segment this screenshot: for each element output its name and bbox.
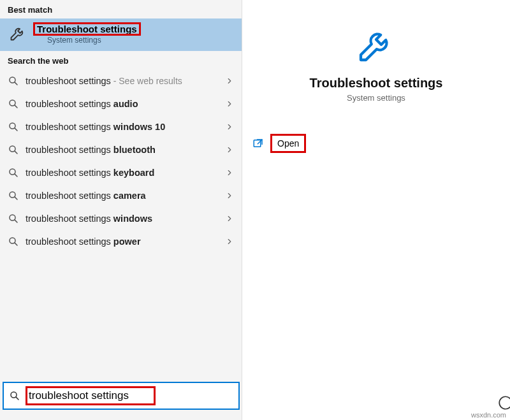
web-result-item[interactable]: troubleshoot settings keyboard xyxy=(0,161,242,184)
search-bar[interactable] xyxy=(4,383,238,409)
web-result-item[interactable]: troubleshoot settings bluetooth xyxy=(0,138,242,161)
taskbar: W xyxy=(497,395,510,411)
watermark: wsxdn.com xyxy=(471,411,506,419)
chevron-right-icon[interactable] xyxy=(225,237,234,246)
search-icon xyxy=(9,390,20,402)
chevron-right-icon[interactable] xyxy=(225,168,234,177)
best-match-subtitle: System settings xyxy=(34,36,140,45)
svg-line-11 xyxy=(15,197,17,199)
svg-line-13 xyxy=(15,220,17,222)
web-results-list: troubleshoot settings - See web resultst… xyxy=(0,69,242,420)
search-icon xyxy=(8,75,19,87)
wrench-large-icon xyxy=(356,24,397,67)
svg-line-3 xyxy=(15,105,17,108)
web-result-label: troubleshoot settings keyboard xyxy=(26,168,219,178)
chevron-right-icon[interactable] xyxy=(225,99,234,108)
details-title: Troubleshoot settings xyxy=(310,76,443,91)
search-results-panel: Best match Troubleshoot settings System … xyxy=(0,0,242,420)
web-result-item[interactable]: troubleshoot settings windows 10 xyxy=(0,115,242,138)
search-input-wrapper xyxy=(26,386,156,405)
web-result-label: troubleshoot settings audio xyxy=(26,99,219,109)
web-result-label: troubleshoot settings bluetooth xyxy=(26,145,219,155)
best-match-item[interactable]: Troubleshoot settings System settings xyxy=(0,18,242,51)
svg-line-15 xyxy=(15,243,17,245)
section-web-label: Search the web xyxy=(0,51,242,69)
details-subtitle: System settings xyxy=(347,93,405,103)
open-action[interactable]: Open xyxy=(252,134,306,153)
wrench-icon xyxy=(9,24,27,44)
section-best-match-label: Best match xyxy=(0,0,242,18)
svg-line-7 xyxy=(15,151,17,154)
web-result-item[interactable]: troubleshoot settings - See web results xyxy=(0,69,242,92)
svg-line-5 xyxy=(15,128,17,131)
svg-line-9 xyxy=(15,174,17,177)
svg-point-19 xyxy=(499,396,510,409)
svg-rect-18 xyxy=(254,140,261,147)
svg-line-1 xyxy=(15,82,17,85)
search-icon xyxy=(8,98,19,110)
chevron-right-icon[interactable] xyxy=(225,191,234,200)
details-panel: Troubleshoot settings System settings Op… xyxy=(242,0,510,420)
cortana-circle-icon[interactable] xyxy=(497,395,510,411)
open-label: Open xyxy=(270,134,306,153)
svg-line-17 xyxy=(16,397,18,400)
search-icon xyxy=(8,213,19,224)
web-result-label: troubleshoot settings windows xyxy=(26,214,219,224)
web-result-item[interactable]: troubleshoot settings audio xyxy=(0,92,242,115)
web-result-item[interactable]: troubleshoot settings camera xyxy=(0,184,242,207)
web-result-label: troubleshoot settings - See web results xyxy=(26,76,219,86)
web-result-item[interactable]: troubleshoot settings windows xyxy=(0,207,242,230)
search-icon xyxy=(8,121,19,133)
web-result-label: troubleshoot settings windows 10 xyxy=(26,122,219,132)
search-icon xyxy=(8,236,19,247)
chevron-right-icon[interactable] xyxy=(225,76,234,85)
chevron-right-icon[interactable] xyxy=(225,145,234,154)
web-result-label: troubleshoot settings camera xyxy=(26,191,219,201)
web-result-label: troubleshoot settings power xyxy=(26,236,219,247)
best-match-title: Troubleshoot settings xyxy=(34,24,140,34)
search-icon xyxy=(8,144,19,156)
web-result-item[interactable]: troubleshoot settings power xyxy=(0,230,242,253)
search-input[interactable] xyxy=(29,389,150,402)
search-icon xyxy=(8,167,19,178)
open-icon xyxy=(252,138,264,149)
chevron-right-icon[interactable] xyxy=(225,214,234,223)
search-icon xyxy=(8,190,19,201)
chevron-right-icon[interactable] xyxy=(225,122,234,131)
